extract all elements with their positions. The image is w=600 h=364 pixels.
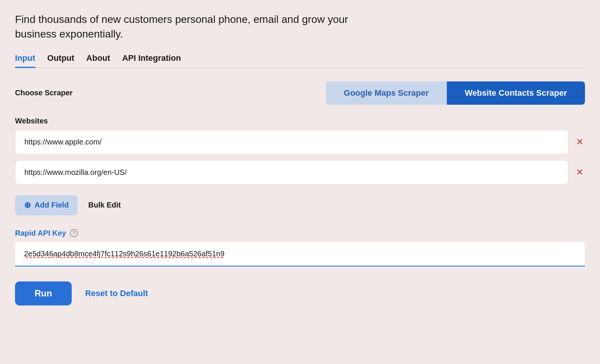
close-icon-1: ✕: [576, 137, 583, 146]
website-contacts-scraper-button[interactable]: Website Contacts Scraper: [447, 81, 585, 105]
choose-scraper-section: Choose Scraper Google Maps Scraper Websi…: [15, 81, 585, 105]
tabs-nav: Input Output About API Integration: [15, 53, 585, 68]
plus-circle-icon: ⊕: [24, 200, 31, 210]
remove-website-1-button[interactable]: ✕: [574, 136, 585, 148]
hero-text: Find thousands of new customers personal…: [15, 12, 353, 41]
add-field-button[interactable]: ⊕ Add Field: [15, 195, 78, 215]
api-key-label-text: Rapid API Key: [15, 229, 66, 238]
run-button[interactable]: Run: [15, 281, 72, 305]
tab-input[interactable]: Input: [15, 53, 35, 68]
choose-scraper-label: Choose Scraper: [15, 89, 98, 97]
websites-label: Websites: [15, 117, 585, 125]
tab-about[interactable]: About: [86, 53, 110, 68]
help-icon[interactable]: ?: [70, 229, 78, 237]
website-input-2[interactable]: [15, 160, 568, 185]
websites-section: Websites ✕ ✕: [15, 117, 585, 185]
scraper-button-group: Google Maps Scraper Website Contacts Scr…: [326, 81, 585, 105]
bulk-edit-button[interactable]: Bulk Edit: [87, 198, 122, 212]
website-field-row-2: ✕: [15, 160, 585, 185]
website-field-row-1: ✕: [15, 130, 585, 154]
remove-website-2-button[interactable]: ✕: [574, 166, 585, 178]
add-field-label: Add Field: [35, 201, 69, 209]
api-key-label-row: Rapid API Key ?: [15, 229, 585, 238]
api-key-section: Rapid API Key ?: [15, 229, 585, 266]
action-row: ⊕ Add Field Bulk Edit: [15, 195, 585, 215]
tab-output[interactable]: Output: [47, 53, 74, 68]
tab-api-integration[interactable]: API Integration: [122, 53, 181, 68]
bottom-action-row: Run Reset to Default: [15, 281, 585, 305]
website-input-1[interactable]: [15, 130, 568, 154]
reset-to-default-button[interactable]: Reset to Default: [85, 289, 148, 298]
close-icon-2: ✕: [576, 168, 583, 177]
google-maps-scraper-button[interactable]: Google Maps Scraper: [326, 81, 447, 105]
api-key-input[interactable]: [15, 242, 585, 266]
